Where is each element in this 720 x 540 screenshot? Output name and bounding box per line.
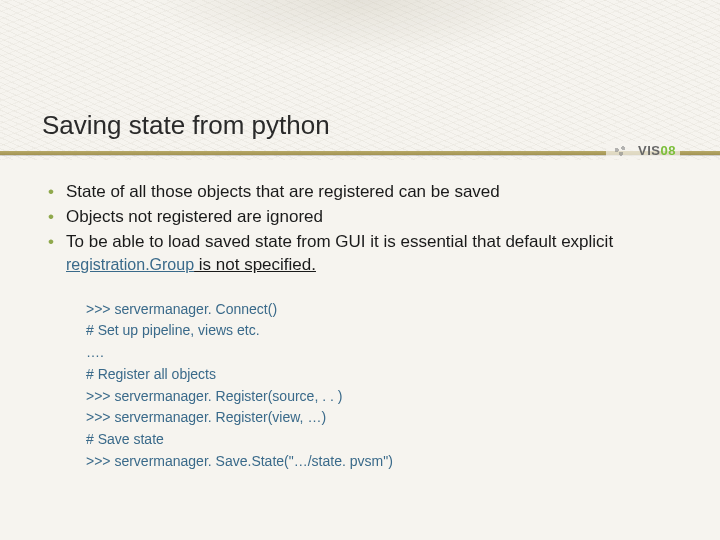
code-block: >>> servermanager. Connect() # Set up pi…: [86, 299, 676, 473]
slide-container: Saving state from python VIS08 State of …: [0, 0, 720, 472]
bullet-item: Objects not registered are ignored: [44, 206, 676, 229]
code-line: # Set up pipeline, views etc.: [86, 320, 676, 342]
code-line: >>> servermanager. Register(view, …): [86, 407, 676, 429]
slide-content: State of all those objects that are regi…: [0, 181, 720, 472]
bullet-prefix: To be able to load saved state from GUI …: [66, 232, 613, 251]
code-line: # Save state: [86, 429, 676, 451]
logo-text: VIS08: [638, 143, 676, 158]
bullet-item: To be able to load saved state from GUI …: [44, 231, 676, 277]
code-line: ….: [86, 342, 676, 364]
logo-accent: 08: [661, 143, 676, 158]
code-line: # Register all objects: [86, 364, 676, 386]
slide-title: Saving state from python: [0, 0, 720, 147]
bullet-text: Objects not registered are ignored: [66, 207, 323, 226]
title-divider: VIS08: [0, 147, 720, 161]
logo-swirl-icon: [610, 141, 632, 159]
code-line: >>> servermanager. Register(source, . . …: [86, 386, 676, 408]
bullet-suffix: is not specified.: [194, 255, 316, 274]
bullet-item: State of all those objects that are regi…: [44, 181, 676, 204]
logo: VIS08: [606, 141, 680, 159]
code-line: >>> servermanager. Save.State("…/state. …: [86, 451, 676, 473]
bullet-text: State of all those objects that are regi…: [66, 182, 500, 201]
logo-main: VIS: [638, 143, 660, 158]
inline-code: registration.Group: [66, 256, 194, 273]
code-line: >>> servermanager. Connect(): [86, 299, 676, 321]
bullet-list: State of all those objects that are regi…: [44, 181, 676, 277]
